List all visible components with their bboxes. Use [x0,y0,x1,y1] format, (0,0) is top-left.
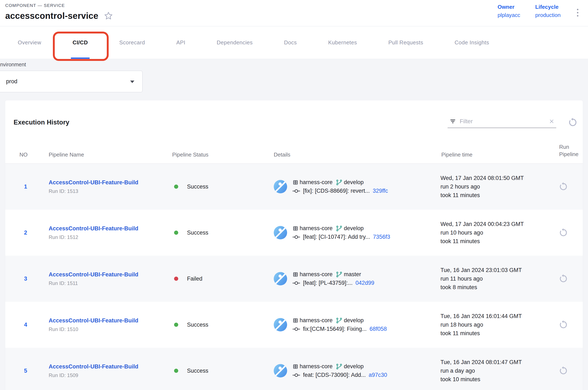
git-branch-icon [336,317,342,324]
environment-select[interactable]: prod [0,71,143,92]
run-pipeline-button[interactable] [559,274,568,283]
run-id-label: Run ID: 1509 [49,372,169,378]
owner-link[interactable]: plplayacc [498,12,520,18]
repo-name: harness-core [300,179,333,186]
harness-pipeline-icon[interactable] [274,318,287,331]
tab-overview[interactable]: Overview [18,26,41,59]
col-header-pipeline-time: Pipeline time [440,151,550,158]
environment-label: Environment [0,61,588,68]
branch-name: develop [344,363,364,370]
tab-cicd[interactable]: CI/CD [73,26,88,59]
favorite-star-icon[interactable] [104,11,113,21]
status-label: Success [187,322,208,328]
chevron-down-icon [130,81,134,83]
repo-name: harness-core [300,271,333,278]
entity-kind-label: COMPONENT — SERVICE [5,3,578,8]
run-pipeline-button[interactable] [559,228,568,237]
pipeline-time: Wed, 17 Jan 2024 08:01:50 GMTrun 2 hours… [440,174,550,200]
pipeline-name-link[interactable]: AccessControl-UBI-Feature-Build [49,179,138,186]
commit-hash-link[interactable]: a97c30 [369,372,387,378]
harness-pipeline-icon[interactable] [274,364,287,378]
commit-message: [feat]: [CI-10747]: Add try... [303,234,370,240]
table-row: 4 AccessControl-UBI-Feature-Build Run ID… [5,302,583,348]
run-pipeline-button[interactable] [559,182,568,191]
tab-code-insights[interactable]: Code Insights [455,26,489,59]
pipeline-time: Tue, 16 Jan 2024 08:01:47 GMTrun a day a… [440,358,550,384]
status-dot [174,323,178,327]
status-label: Success [187,230,208,236]
environment-section: Environment prod [0,59,588,100]
git-branch-icon [336,271,342,278]
commit-hash-link[interactable]: 042d99 [355,280,374,286]
execution-history-title: Execution History [14,119,69,126]
lifecycle-label: Lifecycle [535,4,561,10]
repo-name: harness-core [300,225,333,232]
clear-filter-icon[interactable] [549,118,554,124]
git-commit-icon [293,234,300,240]
status-label: Success [187,368,208,374]
pipeline-name-link[interactable]: AccessControl-UBI-Feature-Build [49,271,138,278]
tab-kubernetes[interactable]: Kubernetes [328,26,357,59]
repository-icon [293,363,298,370]
pipeline-time: Wed, 17 Jan 2024 00:04:23 GMTrun 10 hour… [440,220,550,246]
git-commit-icon [293,326,300,332]
execution-history-card: Execution History [5,100,583,390]
tab-dependencies[interactable]: Dependencies [217,26,253,59]
branch-name: develop [344,225,364,232]
pipeline-name-link[interactable]: AccessControl-UBI-Feature-Build [49,225,138,232]
table-row: 5 AccessControl-UBI-Feature-Build Run ID… [5,348,583,390]
col-header-pipeline-name: Pipeline Name [49,151,169,158]
owner-block: Owner plplayacc [498,4,520,18]
tab-scorecard[interactable]: Scorecard [119,26,145,59]
git-commit-icon [293,188,300,194]
run-id-label: Run ID: 1511 [49,280,169,286]
col-header-pipeline-status: Pipeline Status [169,151,265,158]
repo-name: harness-core [300,317,333,324]
commit-message: [fix]: [CDS-88669]: revert... [303,188,370,194]
pipeline-name-link[interactable]: AccessControl-UBI-Feature-Build [49,363,138,370]
owner-label: Owner [498,4,520,10]
row-number-link[interactable]: 2 [14,230,49,236]
repository-icon [293,179,298,186]
pipeline-name-link[interactable]: AccessControl-UBI-Feature-Build [49,317,138,324]
row-number-link[interactable]: 5 [14,368,49,374]
commit-message: fix:[CCM-15649]: Fixing... [303,326,367,332]
git-branch-icon [336,179,342,186]
row-number-link[interactable]: 4 [14,322,49,328]
col-header-run-pipeline: Run Pipeline [550,143,583,158]
entity-meta: Owner plplayacc Lifecycle production [498,4,580,19]
lifecycle-link[interactable]: production [535,12,561,18]
commit-hash-link[interactable]: 68f058 [370,326,387,332]
harness-pipeline-icon[interactable] [274,180,287,193]
more-options-kebab-icon[interactable] [576,7,580,19]
entity-header: COMPONENT — SERVICE accesscontrol-servic… [0,0,588,26]
page: COMPONENT — SERVICE accesscontrol-servic… [0,0,588,390]
commit-hash-link[interactable]: 7356f3 [373,234,390,240]
status-dot [174,185,178,189]
repository-icon [293,317,298,324]
lifecycle-block: Lifecycle production [535,4,561,18]
git-branch-icon [336,225,342,232]
harness-pipeline-icon[interactable] [274,272,287,285]
run-pipeline-button[interactable] [559,320,568,329]
row-number-link[interactable]: 1 [14,184,49,190]
commit-hash-link[interactable]: 329ffc [373,188,388,194]
filter-input[interactable] [460,118,545,125]
status-label: Failed [187,276,202,282]
filter-field[interactable] [448,117,556,128]
page-title: accesscontrol-service [5,11,98,21]
entity-tabbar: Overview CI/CD Scorecard API Dependencie… [0,26,588,59]
branch-name: develop [344,317,364,324]
tab-api[interactable]: API [176,26,185,59]
refresh-icon[interactable] [568,118,578,127]
run-id-label: Run ID: 1510 [49,326,169,332]
row-number-link[interactable]: 3 [14,276,49,282]
tab-docs[interactable]: Docs [284,26,297,59]
status-label: Success [187,184,208,190]
run-pipeline-button[interactable] [559,366,568,375]
tab-pull-requests[interactable]: Pull Requests [389,26,423,59]
harness-pipeline-icon[interactable] [274,226,287,239]
git-commit-icon [293,280,300,286]
git-commit-icon [293,372,300,378]
table-header-row: NO Pipeline Name Pipeline Status Details… [5,137,583,164]
